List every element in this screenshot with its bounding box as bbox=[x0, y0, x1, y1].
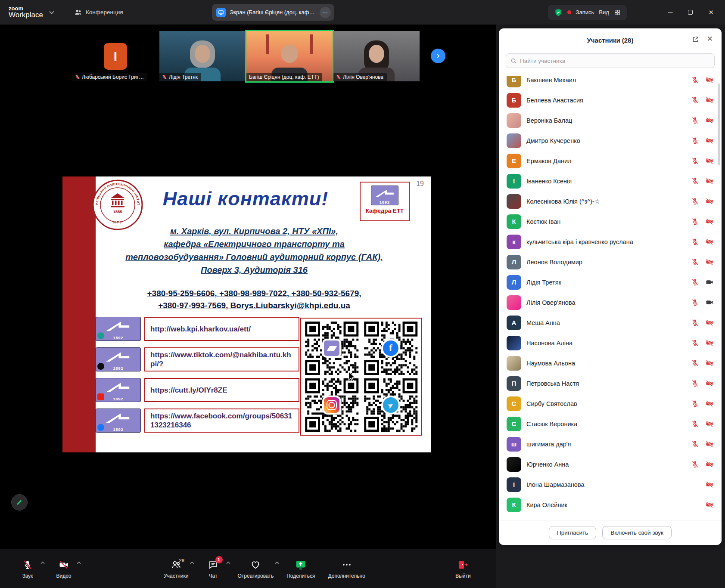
video-tile[interactable]: Лідія Третяк bbox=[159, 31, 246, 81]
participant-status-icons bbox=[691, 339, 714, 347]
react-button[interactable]: Отреагировать bbox=[238, 559, 274, 579]
participant-name: Насонова Аліна bbox=[526, 340, 686, 347]
security-shield-icon[interactable] bbox=[554, 8, 563, 17]
participant-row[interactable]: Л Лідія Третяк bbox=[499, 272, 722, 292]
mic-off-icon bbox=[691, 278, 699, 286]
audio-button[interactable]: Звук bbox=[16, 559, 39, 579]
video-tile[interactable]: Багіш Єріцян (доц. каф. ЕТТ) bbox=[246, 31, 333, 81]
avatar: А bbox=[507, 316, 521, 330]
avatar: С bbox=[507, 396, 521, 411]
participant-row[interactable]: І Ілона Шармазанова bbox=[499, 474, 722, 495]
tab-screen-share[interactable]: Экран (Багіш Єріцян (доц. каф. Е ⋯ bbox=[212, 4, 334, 21]
participant-status-icons bbox=[691, 217, 714, 226]
avatar bbox=[507, 336, 521, 350]
mic-off-icon bbox=[691, 379, 699, 387]
mouse-cursor bbox=[347, 371, 356, 382]
participant-row[interactable]: Лілія Овер'янова bbox=[499, 292, 722, 313]
mic-off-icon bbox=[691, 298, 699, 306]
chevron-up-icon[interactable] bbox=[40, 561, 45, 564]
participant-row[interactable]: К Костюк Іван bbox=[499, 211, 722, 232]
chevron-up-icon[interactable] bbox=[190, 561, 194, 564]
close-icon[interactable]: ✕ bbox=[707, 34, 713, 43]
avatar: К bbox=[507, 214, 521, 229]
tab-conference[interactable]: Конференция bbox=[74, 8, 123, 16]
record-label[interactable]: Запись bbox=[576, 9, 594, 15]
chevron-up-icon[interactable] bbox=[77, 561, 81, 564]
meeting-toolbar: Звук Видео 28 Участники 1 Чат bbox=[0, 549, 496, 588]
participant-status-icons bbox=[691, 420, 714, 428]
zoom-logo: zoom Workplace bbox=[0, 6, 43, 19]
view-label[interactable]: Вид bbox=[599, 9, 609, 15]
participant-row[interactable]: А Меша Анна bbox=[499, 313, 722, 333]
participant-row[interactable]: С Сирбу Святослав bbox=[499, 393, 722, 414]
participant-row[interactable]: Насонова Аліна bbox=[499, 333, 722, 353]
camera-off-icon bbox=[705, 177, 714, 185]
participants-count: 28 bbox=[179, 558, 184, 563]
video-name-label: Лілія Овер'янова bbox=[333, 73, 387, 81]
participant-row[interactable]: к кульчитська кіра і кравченко руслана bbox=[499, 232, 722, 252]
participant-row[interactable]: П Петровська Настя bbox=[499, 373, 722, 393]
more-button[interactable]: Дополнительно bbox=[328, 559, 365, 579]
chat-button[interactable]: 1 Чат bbox=[202, 559, 225, 579]
popout-icon[interactable] bbox=[692, 36, 699, 43]
participant-row[interactable]: ш шигимага дар'я bbox=[499, 434, 722, 454]
participant-row[interactable]: Б Беляева Анастасия bbox=[499, 90, 722, 110]
camera-off-icon bbox=[705, 399, 714, 408]
chevron-up-icon[interactable] bbox=[275, 561, 279, 564]
department-badge: 1892 Кафедра ЕТТ bbox=[360, 182, 410, 221]
close-button[interactable]: ✕ bbox=[708, 9, 714, 16]
participant-name: кульчитська кіра і кравченко руслана bbox=[526, 238, 686, 245]
participant-row[interactable]: Вероніка Балац bbox=[499, 110, 722, 130]
participant-row[interactable]: Дмитро Кучеренко bbox=[499, 130, 722, 151]
video-button[interactable]: Видео bbox=[52, 559, 75, 579]
video-tile[interactable]: Лілія Овер'янова bbox=[333, 31, 420, 81]
tab-more-icon[interactable]: ⋯ bbox=[320, 7, 331, 18]
maximize-button[interactable] bbox=[688, 10, 693, 15]
participant-row[interactable]: С Стасюк Вероника bbox=[499, 414, 722, 434]
participants-button[interactable]: 28 Участники bbox=[164, 559, 188, 579]
link-logo-tile: 1892 bbox=[96, 347, 141, 371]
link-url-box: https://www.tiktok.com/@nakhiba.ntu.khpi… bbox=[144, 347, 299, 371]
minimize-button[interactable]: ─ bbox=[668, 9, 673, 16]
qr-panel bbox=[300, 318, 422, 436]
participant-name: Беляева Анастасия bbox=[526, 97, 686, 104]
participant-row[interactable]: Е Ермаков Данил bbox=[499, 151, 722, 171]
participant-search[interactable] bbox=[506, 53, 715, 68]
participant-row[interactable]: Л Леонов Володимир bbox=[499, 252, 722, 272]
view-grid-icon[interactable] bbox=[614, 9, 621, 16]
video-tile[interactable]: I Любарський Борис Григ… bbox=[72, 31, 159, 81]
participant-name: Кира Олейник bbox=[526, 501, 700, 508]
chevron-down-icon[interactable] bbox=[49, 11, 54, 14]
participant-row[interactable]: Колеснікова Юлія (^з^)-☆ bbox=[499, 191, 722, 211]
camera-muted-icon bbox=[58, 559, 69, 571]
next-videos-button[interactable] bbox=[431, 49, 445, 63]
participant-row[interactable]: К Кира Олейник bbox=[499, 495, 722, 515]
share-screen-button[interactable]: Поделиться bbox=[286, 559, 315, 579]
participant-row[interactable]: Б Бакшеев Михаил bbox=[499, 76, 722, 90]
link-logo-tile: 1892 bbox=[96, 317, 141, 341]
participant-row[interactable]: І Іваненко Ксенія bbox=[499, 171, 722, 191]
participants-header: Участники (28) ✕ bbox=[499, 28, 722, 52]
video-strip: I Любарський Борис Григ… bbox=[72, 31, 420, 81]
participant-row[interactable]: Юрченко Анна bbox=[499, 454, 722, 474]
mic-off-icon bbox=[691, 339, 699, 347]
mic-off-icon bbox=[691, 96, 699, 104]
leave-button[interactable]: Выйти bbox=[451, 559, 475, 579]
camera-off-icon bbox=[705, 420, 714, 428]
unmute-self-button[interactable]: Включить свой звук bbox=[602, 526, 672, 539]
avatar bbox=[507, 457, 521, 472]
scrollbar[interactable] bbox=[718, 84, 720, 165]
link-url: https://www.facebook.com/groups/50631132… bbox=[150, 412, 293, 430]
mic-off-icon bbox=[691, 359, 699, 367]
participant-row[interactable]: Наумова Альона bbox=[499, 353, 722, 373]
participant-name: шигимага дар'я bbox=[526, 441, 686, 448]
camera-off-icon bbox=[705, 238, 714, 246]
annotate-button[interactable] bbox=[11, 494, 28, 511]
mic-off-icon bbox=[691, 258, 699, 266]
mic-off-icon bbox=[691, 177, 699, 185]
mic-off-icon bbox=[691, 157, 699, 165]
chevron-up-icon[interactable] bbox=[226, 561, 230, 564]
search-input[interactable] bbox=[520, 58, 710, 64]
invite-button[interactable]: Пригласить bbox=[549, 526, 596, 539]
link-url: http://web.kpi.kharkov.ua/ett/ bbox=[150, 325, 251, 334]
